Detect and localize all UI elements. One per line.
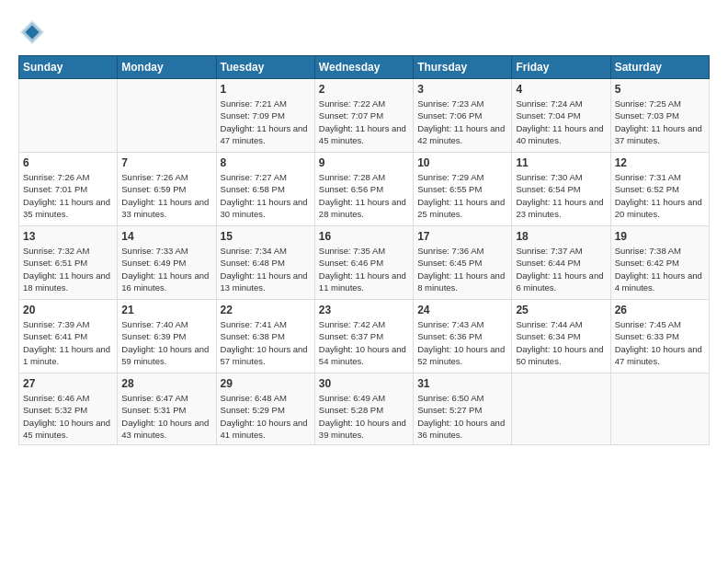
day-info: Sunrise: 7:45 AM Sunset: 6:33 PM Dayligh… [615,318,705,367]
calendar-day-cell [610,373,709,445]
calendar-day-cell: 4Sunrise: 7:24 AM Sunset: 7:04 PM Daylig… [512,79,610,153]
calendar-day-cell: 16Sunrise: 7:35 AM Sunset: 6:46 PM Dayli… [314,226,413,300]
calendar-day-cell: 13Sunrise: 7:32 AM Sunset: 6:51 PM Dayli… [19,226,118,300]
day-number: 23 [319,304,409,316]
calendar-day-cell: 24Sunrise: 7:43 AM Sunset: 6:36 PM Dayli… [414,300,512,373]
day-number: 1 [221,83,311,96]
calendar-day-cell: 2Sunrise: 7:22 AM Sunset: 7:07 PM Daylig… [314,79,413,153]
day-info: Sunrise: 7:38 AM Sunset: 6:42 PM Dayligh… [615,245,705,293]
day-number: 9 [319,156,409,169]
day-info: Sunrise: 7:33 AM Sunset: 6:49 PM Dayligh… [121,245,211,293]
calendar-day-cell: 11Sunrise: 7:30 AM Sunset: 6:54 PM Dayli… [512,153,610,226]
day-number: 19 [615,230,705,243]
calendar-day-cell [118,79,216,153]
day-number: 2 [319,83,409,96]
day-info: Sunrise: 6:48 AM Sunset: 5:29 PM Dayligh… [221,392,311,441]
weekday-header: Sunday [19,56,118,79]
page-header [18,18,710,46]
weekday-header: Monday [118,56,216,79]
day-info: Sunrise: 7:42 AM Sunset: 6:37 PM Dayligh… [319,318,409,367]
day-number: 3 [417,83,507,96]
calendar-day-cell [19,79,118,153]
day-number: 26 [615,304,705,316]
day-number: 30 [319,377,409,390]
day-number: 27 [23,377,113,390]
day-info: Sunrise: 6:50 AM Sunset: 5:27 PM Dayligh… [417,392,507,441]
calendar-day-cell: 14Sunrise: 7:33 AM Sunset: 6:49 PM Dayli… [118,226,216,300]
calendar-week-row: 13Sunrise: 7:32 AM Sunset: 6:51 PM Dayli… [19,226,710,300]
day-info: Sunrise: 6:49 AM Sunset: 5:28 PM Dayligh… [319,392,409,441]
calendar-day-cell: 10Sunrise: 7:29 AM Sunset: 6:55 PM Dayli… [414,153,512,226]
calendar-day-cell: 26Sunrise: 7:45 AM Sunset: 6:33 PM Dayli… [610,300,709,373]
calendar-day-cell: 6Sunrise: 7:26 AM Sunset: 7:01 PM Daylig… [19,153,118,226]
day-info: Sunrise: 7:39 AM Sunset: 6:41 PM Dayligh… [23,318,113,367]
day-number: 8 [221,156,311,169]
day-number: 22 [221,304,311,316]
weekday-header: Tuesday [216,56,314,79]
calendar-day-cell: 23Sunrise: 7:42 AM Sunset: 6:37 PM Dayli… [314,300,413,373]
day-info: Sunrise: 6:47 AM Sunset: 5:31 PM Dayligh… [121,392,211,441]
calendar-day-cell: 27Sunrise: 6:46 AM Sunset: 5:32 PM Dayli… [19,373,118,445]
day-number: 25 [516,304,606,316]
day-info: Sunrise: 7:28 AM Sunset: 6:56 PM Dayligh… [319,171,409,220]
day-info: Sunrise: 7:22 AM Sunset: 7:07 PM Dayligh… [319,98,409,146]
day-info: Sunrise: 7:30 AM Sunset: 6:54 PM Dayligh… [516,171,606,220]
calendar-day-cell: 7Sunrise: 7:26 AM Sunset: 6:59 PM Daylig… [118,153,216,226]
day-number: 17 [417,230,507,243]
calendar-week-row: 27Sunrise: 6:46 AM Sunset: 5:32 PM Dayli… [19,373,710,445]
day-number: 11 [516,156,606,169]
day-info: Sunrise: 6:46 AM Sunset: 5:32 PM Dayligh… [23,392,113,441]
logo [18,18,50,46]
calendar-day-cell: 20Sunrise: 7:39 AM Sunset: 6:41 PM Dayli… [19,300,118,373]
weekday-header: Friday [512,56,610,79]
calendar-day-cell: 17Sunrise: 7:36 AM Sunset: 6:45 PM Dayli… [414,226,512,300]
day-info: Sunrise: 7:34 AM Sunset: 6:48 PM Dayligh… [221,245,311,293]
calendar-day-cell: 19Sunrise: 7:38 AM Sunset: 6:42 PM Dayli… [610,226,709,300]
day-info: Sunrise: 7:29 AM Sunset: 6:55 PM Dayligh… [417,171,507,220]
day-info: Sunrise: 7:26 AM Sunset: 7:01 PM Dayligh… [23,171,113,220]
calendar-day-cell: 30Sunrise: 6:49 AM Sunset: 5:28 PM Dayli… [314,373,413,445]
calendar-day-cell: 22Sunrise: 7:41 AM Sunset: 6:38 PM Dayli… [216,300,314,373]
calendar-table: SundayMondayTuesdayWednesdayThursdayFrid… [18,55,710,445]
day-info: Sunrise: 7:25 AM Sunset: 7:03 PM Dayligh… [615,98,705,146]
day-number: 18 [516,230,606,243]
day-info: Sunrise: 7:31 AM Sunset: 6:52 PM Dayligh… [615,171,705,220]
weekday-row: SundayMondayTuesdayWednesdayThursdayFrid… [19,56,710,79]
calendar-week-row: 1Sunrise: 7:21 AM Sunset: 7:09 PM Daylig… [19,79,710,153]
day-number: 12 [615,156,705,169]
calendar-week-row: 6Sunrise: 7:26 AM Sunset: 7:01 PM Daylig… [19,153,710,226]
day-number: 21 [121,304,211,316]
day-number: 10 [417,156,507,169]
weekday-header: Saturday [610,56,709,79]
day-number: 5 [615,83,705,96]
calendar-day-cell: 15Sunrise: 7:34 AM Sunset: 6:48 PM Dayli… [216,226,314,300]
logo-icon [18,18,46,46]
calendar-body: 1Sunrise: 7:21 AM Sunset: 7:09 PM Daylig… [19,79,710,445]
day-info: Sunrise: 7:43 AM Sunset: 6:36 PM Dayligh… [417,318,507,367]
calendar-day-cell: 9Sunrise: 7:28 AM Sunset: 6:56 PM Daylig… [314,153,413,226]
day-info: Sunrise: 7:32 AM Sunset: 6:51 PM Dayligh… [23,245,113,293]
calendar-day-cell: 28Sunrise: 6:47 AM Sunset: 5:31 PM Dayli… [118,373,216,445]
day-info: Sunrise: 7:37 AM Sunset: 6:44 PM Dayligh… [516,245,606,293]
day-number: 31 [417,377,507,390]
calendar-day-cell: 29Sunrise: 6:48 AM Sunset: 5:29 PM Dayli… [216,373,314,445]
day-info: Sunrise: 7:26 AM Sunset: 6:59 PM Dayligh… [121,171,211,220]
day-number: 6 [23,156,113,169]
day-info: Sunrise: 7:27 AM Sunset: 6:58 PM Dayligh… [221,171,311,220]
day-info: Sunrise: 7:21 AM Sunset: 7:09 PM Dayligh… [221,98,311,146]
day-info: Sunrise: 7:41 AM Sunset: 6:38 PM Dayligh… [221,318,311,367]
calendar-day-cell: 5Sunrise: 7:25 AM Sunset: 7:03 PM Daylig… [610,79,709,153]
day-number: 4 [516,83,606,96]
calendar-day-cell: 31Sunrise: 6:50 AM Sunset: 5:27 PM Dayli… [414,373,512,445]
day-number: 20 [23,304,113,316]
calendar-day-cell [512,373,610,445]
calendar-day-cell: 25Sunrise: 7:44 AM Sunset: 6:34 PM Dayli… [512,300,610,373]
day-info: Sunrise: 7:40 AM Sunset: 6:39 PM Dayligh… [121,318,211,367]
day-info: Sunrise: 7:24 AM Sunset: 7:04 PM Dayligh… [516,98,606,146]
calendar-day-cell: 12Sunrise: 7:31 AM Sunset: 6:52 PM Dayli… [610,153,709,226]
day-info: Sunrise: 7:36 AM Sunset: 6:45 PM Dayligh… [417,245,507,293]
day-number: 24 [417,304,507,316]
day-number: 13 [23,230,113,243]
calendar-header: SundayMondayTuesdayWednesdayThursdayFrid… [19,56,710,79]
day-number: 15 [221,230,311,243]
